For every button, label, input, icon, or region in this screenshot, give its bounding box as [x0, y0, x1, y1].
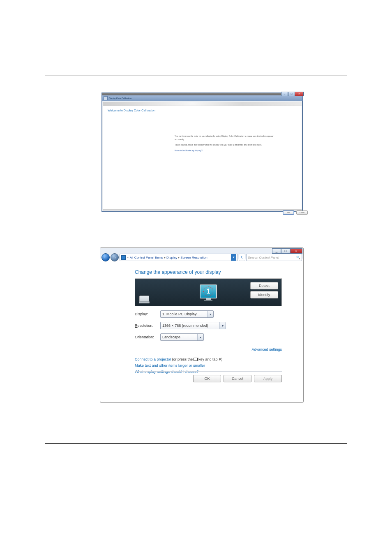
text-size-link[interactable]: Make text and other items larger or smal…	[135, 363, 282, 368]
display-value: 1. Mobile PC Display	[162, 312, 197, 316]
intro-paragraph-1: You can improve the color on your displa…	[175, 135, 275, 141]
control-panel-icon	[121, 255, 126, 260]
page-heading: Change the appearance of your display	[135, 269, 282, 275]
crumb-display[interactable]: Display	[166, 256, 177, 259]
crumb-all-items[interactable]: All Control Panel Items	[130, 256, 163, 259]
client-area: Welcome to Display Color Calibration You…	[103, 102, 302, 210]
row-orientation: Orientation: Landscape ▼	[135, 333, 282, 341]
chevron-down-icon: ▼	[219, 322, 226, 329]
projector-hint-b: key and tap P)	[198, 357, 222, 361]
detect-button[interactable]: Detect	[250, 282, 278, 289]
crumb-screen-resolution[interactable]: Screen Resolution	[180, 256, 207, 259]
orientation-value: Landscape	[162, 335, 180, 339]
divider-bottom	[45, 443, 347, 444]
identify-button[interactable]: Identify	[250, 291, 278, 298]
monitor-icon[interactable]: 1	[200, 284, 217, 301]
chevron-down-icon: ▼	[197, 334, 203, 340]
row-resolution: Resolution: 1366 × 768 (recommended) ▼	[135, 322, 282, 329]
window-title: Display Color Calibration	[109, 97, 131, 99]
toolbar-separator	[101, 262, 302, 262]
label-display: Display:	[135, 312, 160, 316]
divider-top	[45, 76, 347, 76]
selection-circle-icon	[203, 287, 213, 296]
display-preview-box[interactable]: 1 Detect Identify	[135, 278, 282, 306]
help-link[interactable]: How do I calibrate my display?	[175, 149, 203, 152]
cancel-button[interactable]: Cancel	[224, 375, 251, 382]
search-placeholder: Search Control Panel	[248, 256, 279, 259]
search-icon: 🔍	[296, 256, 300, 259]
crumb-sep-2: ▸	[178, 256, 180, 259]
search-input[interactable]: Search Control Panel 🔍	[246, 254, 302, 261]
windows-key-icon	[194, 358, 198, 361]
row-display: Display: 1. Mobile PC Display ▼	[135, 310, 282, 318]
nav-back-button[interactable]: ←	[101, 253, 110, 261]
calibration-window: Display Color Calibration _ □ × Welcome …	[101, 92, 303, 212]
intro-paragraph-2: To get started, move this window onto th…	[175, 143, 275, 147]
dialog-buttons: OK Cancel Apply	[135, 371, 282, 382]
address-bar-row: ← → « All Control Panel Items ▸ Display …	[101, 253, 302, 261]
maximize-button[interactable]: □	[288, 92, 295, 96]
connect-projector-link[interactable]: Connect to a projector	[135, 357, 171, 361]
minimize-button[interactable]: _	[281, 92, 288, 96]
toolbar-strip	[103, 102, 302, 106]
cancel-button[interactable]: Cancel	[296, 210, 308, 215]
orientation-dropdown[interactable]: Landscape ▼	[160, 333, 204, 341]
screen-resolution-window: _ □ × ← → « All Control Panel Items ▸ Di…	[100, 247, 304, 402]
advanced-row: Advanced settings	[135, 347, 282, 352]
apply-button[interactable]: Apply	[254, 375, 282, 382]
footer-strip	[103, 209, 302, 210]
crumb-sep-1: ▸	[164, 256, 166, 259]
resolution-dropdown[interactable]: 1366 × 768 (recommended) ▼	[160, 322, 226, 329]
divider-mid	[45, 228, 347, 228]
wizard-heading: Welcome to Display Color Calibration	[108, 109, 155, 112]
projector-hint-a: (or press the	[172, 357, 193, 361]
label-orientation: Orientation:	[135, 335, 160, 339]
close-button[interactable]: ×	[295, 92, 304, 96]
titlebar[interactable]: Display Color Calibration _ □ ×	[102, 95, 302, 101]
crumb-prefix: «	[127, 256, 129, 259]
content-area: Change the appearance of your display 1 …	[135, 269, 282, 374]
laptop-icon	[139, 296, 149, 303]
breadcrumb-bar[interactable]: « All Control Panel Items ▸ Display ▸ Sc…	[120, 254, 238, 261]
advanced-settings-link[interactable]: Advanced settings	[251, 347, 282, 352]
label-resolution: Resolution:	[135, 324, 160, 328]
ok-button[interactable]: OK	[193, 375, 221, 382]
resolution-value: 1366 × 768 (recommended)	[162, 324, 208, 328]
wizard-buttons: Next Cancel	[283, 210, 308, 215]
app-icon	[104, 96, 108, 100]
chevron-down-icon: ▼	[207, 311, 213, 317]
display-dropdown[interactable]: 1. Mobile PC Display ▼	[160, 310, 214, 318]
nav-forward-button[interactable]: →	[111, 253, 119, 261]
address-dropdown-icon[interactable]: ▾	[231, 254, 236, 261]
wizard-body: You can improve the color on your displa…	[175, 135, 275, 155]
next-button[interactable]: Next	[283, 210, 294, 215]
refresh-button[interactable]: ↻	[239, 254, 245, 261]
